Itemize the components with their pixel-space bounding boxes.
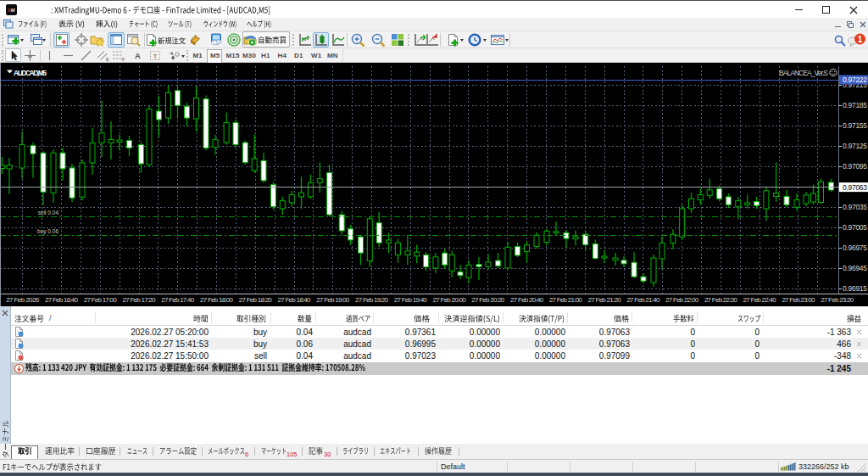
svg-text:27 Feb 20:40: 27 Feb 20:40 bbox=[510, 296, 544, 304]
svg-text:27 Feb 21:20: 27 Feb 21:20 bbox=[588, 296, 622, 304]
svg-text:27 Feb 17:40: 27 Feb 17:40 bbox=[161, 296, 195, 304]
svg-text:27 Feb 19:40: 27 Feb 19:40 bbox=[394, 296, 428, 304]
svg-text:AUDCAD,M5: AUDCAD,M5 bbox=[14, 69, 47, 77]
svg-text:E: E bbox=[106, 57, 109, 61]
svg-text:27 Feb 22:20: 27 Feb 22:20 bbox=[704, 296, 738, 304]
svg-text:T: T bbox=[153, 53, 158, 60]
svg-text:27 Feb 22:40: 27 Feb 22:40 bbox=[743, 296, 777, 304]
svg-text:0.97035: 0.97035 bbox=[843, 203, 867, 211]
svg-text:0.96915: 0.96915 bbox=[843, 284, 867, 293]
svg-text:27 Feb 21:00: 27 Feb 21:00 bbox=[549, 296, 583, 304]
svg-text:27 Feb 23:00: 27 Feb 23:00 bbox=[782, 296, 815, 304]
svg-text:27 Feb 21:40: 27 Feb 21:40 bbox=[626, 296, 660, 304]
svg-text:27 Feb 19:20: 27 Feb 19:20 bbox=[355, 296, 389, 304]
svg-text:0.97095: 0.97095 bbox=[843, 162, 867, 171]
svg-text:0.97063: 0.97063 bbox=[843, 183, 867, 192]
svg-text:27 Feb 23:20: 27 Feb 23:20 bbox=[821, 296, 854, 304]
svg-text:0.96945: 0.96945 bbox=[843, 264, 867, 272]
svg-text:0.97155: 0.97155 bbox=[843, 121, 867, 130]
svg-text:0.96975: 0.96975 bbox=[843, 244, 867, 252]
svg-text:0.97185: 0.97185 bbox=[843, 101, 867, 109]
svg-text:F: F bbox=[122, 57, 125, 61]
svg-text:sell 0.04: sell 0.04 bbox=[38, 210, 59, 216]
svg-text:27 Feb 18:40: 27 Feb 18:40 bbox=[278, 296, 312, 304]
svg-text:27 Feb 17:20: 27 Feb 17:20 bbox=[123, 296, 157, 304]
svg-text:27 Feb 17:00: 27 Feb 17:00 bbox=[84, 296, 118, 304]
svg-text:27 Feb 20:20: 27 Feb 20:20 bbox=[471, 296, 505, 304]
svg-text:0.97005: 0.97005 bbox=[843, 223, 867, 232]
svg-text:27 Feb 16:40: 27 Feb 16:40 bbox=[45, 296, 79, 304]
svg-text:27 Feb 20:00: 27 Feb 20:00 bbox=[433, 296, 467, 304]
svg-text:27 Feb 2026: 27 Feb 2026 bbox=[6, 296, 40, 304]
svg-text:1: 1 bbox=[858, 35, 863, 44]
svg-text:0.97222: 0.97222 bbox=[843, 76, 867, 84]
svg-text:buy 0.06: buy 0.06 bbox=[37, 228, 58, 235]
svg-text:BALANCEA_Ver.S: BALANCEA_Ver.S bbox=[779, 69, 828, 77]
svg-text:27 Feb 18:20: 27 Feb 18:20 bbox=[239, 296, 273, 304]
svg-text:27 Feb 18:00: 27 Feb 18:00 bbox=[200, 296, 234, 304]
svg-text:27 Feb 19:00: 27 Feb 19:00 bbox=[316, 296, 350, 304]
svg-text:27 Feb 22:00: 27 Feb 22:00 bbox=[665, 296, 699, 304]
svg-text:0.97125: 0.97125 bbox=[843, 142, 867, 150]
